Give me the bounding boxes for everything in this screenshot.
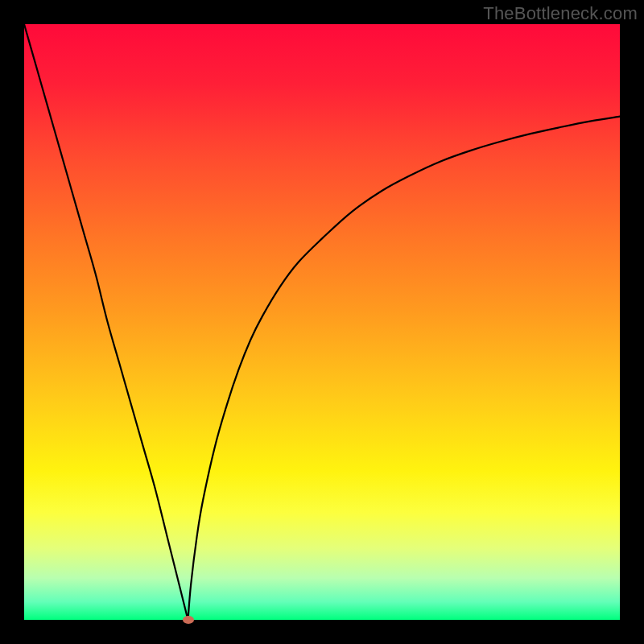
curve-right-branch xyxy=(188,117,621,620)
bottleneck-curve xyxy=(24,24,620,620)
watermark-text: TheBottleneck.com xyxy=(483,3,638,24)
bottleneck-marker xyxy=(183,616,194,624)
chart-plot-area xyxy=(24,24,620,620)
curve-left-branch xyxy=(24,24,188,620)
